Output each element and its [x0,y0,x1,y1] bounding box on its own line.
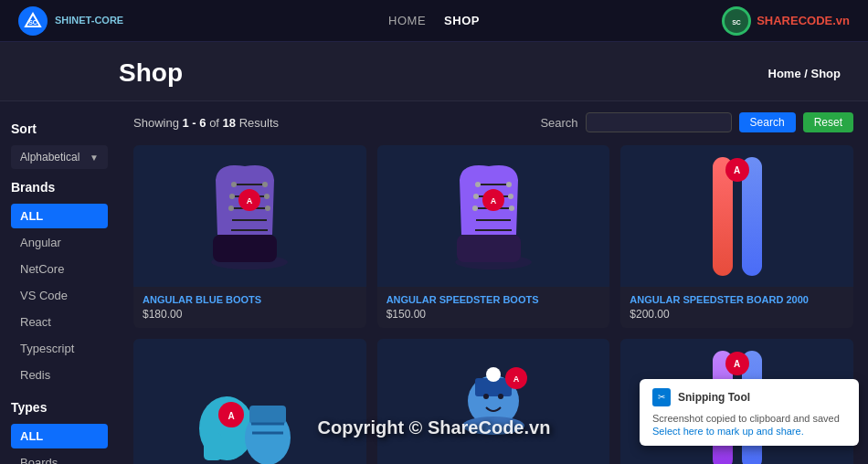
product-image-4: A [133,339,366,464]
types-label: Types [11,400,108,415]
svg-point-46 [483,394,489,399]
nav-shop[interactable]: SHOP [444,14,480,27]
brand-netcore[interactable]: NetCore [11,257,108,281]
product-card-3[interactable]: A ANGULAR SPEEDSTER BOARD 2000 $200.00 [620,145,853,328]
hat-speedster-svg: A [439,351,548,465]
brand-icon: SC [722,6,751,36]
svg-point-43 [462,417,524,435]
snipping-tool-notification[interactable]: ✂ Snipping Tool Screenshot copied to cli… [640,379,859,446]
svg-point-31 [509,206,514,211]
brand-name: SHARECODE.vn [757,14,850,27]
product-card-1[interactable]: A ANGULAR BLUE BOOTS $180.00 [133,145,366,328]
product-image-1: A [133,145,366,287]
brand-vscode[interactable]: VS Code [11,283,108,308]
svg-rect-35 [204,433,222,460]
header: SC SHINET-CORE HOME SHOP SC SHARECODE.vn [0,0,868,42]
snipping-icon: ✂ [652,388,671,406]
sort-dropdown[interactable]: Alphabetical ▼ [11,145,108,169]
product-price-3: $200.00 [630,308,844,321]
svg-text:A: A [491,196,497,206]
shop-toolbar: Showing 1 - 6 of 18 Results Search Searc… [133,112,853,132]
svg-point-12 [262,182,268,187]
svg-point-16 [265,206,270,211]
search-label: Search [540,116,577,130]
nav-home[interactable]: HOME [388,14,426,27]
sort-value: Alphabetical [20,151,79,163]
snipping-tool-header: ✂ Snipping Tool [652,388,846,406]
snipping-title: Snipping Tool [678,391,750,404]
product-info-2: ANGULAR SPEEDSTER BOOTS $150.00 [377,287,610,328]
sort-label: Sort [11,121,108,136]
svg-text:SC: SC [732,19,741,26]
reset-button[interactable]: Reset [803,112,853,132]
svg-text:A: A [247,196,253,206]
svg-rect-5 [213,235,277,262]
svg-text:A: A [513,374,520,384]
snipping-link[interactable]: Select here to mark up and share. [652,426,846,437]
boot-purple-svg: A [443,153,544,280]
search-area: Search Search Reset [540,112,853,132]
svg-point-28 [473,194,479,199]
product-image-2: A [377,145,610,287]
product-image-5: A [377,339,610,464]
type-boards[interactable]: Boards [11,450,108,464]
product-card-4[interactable]: A ANGULAR BLUE HAT $15.00 [133,339,366,464]
brand-typescript[interactable]: Typescript [11,336,108,361]
svg-text:A: A [228,411,235,421]
search-input[interactable] [586,112,732,132]
svg-text:SC: SC [28,19,37,26]
svg-point-15 [228,206,234,211]
logo-icon: SC [18,6,48,36]
svg-rect-20 [457,235,521,262]
svg-point-45 [486,367,501,382]
sidebar: Sort Alphabetical ▼ Brands ALL Angular N… [0,101,119,464]
board-illustration: A [704,145,771,287]
brand-all[interactable]: ALL [11,204,108,228]
svg-point-26 [475,182,481,187]
product-image-3: A [620,145,853,287]
product-card-5[interactable]: A ANGULAR SPEEDSTER HAT $15.00 [377,339,610,464]
search-button[interactable]: Search [739,112,796,132]
product-card-2[interactable]: A ANGULAR SPEEDSTER BOOTS $150.00 [377,145,610,328]
product-info-3: ANGULAR SPEEDSTER BOARD 2000 $200.00 [620,287,853,328]
hat-blue-svg: A [195,351,304,465]
type-all[interactable]: ALL [11,424,108,448]
results-text: Showing 1 - 6 of 18 Results [133,116,279,130]
svg-point-29 [508,194,513,199]
svg-point-30 [472,206,478,211]
svg-point-27 [506,182,512,187]
brand-angular[interactable]: Angular [11,230,108,255]
svg-point-11 [231,182,237,187]
brand-redis[interactable]: Redis [11,363,108,387]
product-info-1: ANGULAR BLUE BOOTS $180.00 [133,287,366,328]
product-name-1: ANGULAR BLUE BOOTS [143,294,357,305]
product-price-2: $150.00 [386,308,601,321]
logo-text: SHINET-CORE [55,15,123,26]
page-header: Shop Home / Shop [0,42,868,101]
svg-rect-37 [249,406,286,424]
brand-logo-area: SC SHARECODE.vn [722,6,850,36]
snipping-message: Screenshot copied to clipboard and saved [652,412,846,426]
product-price-1: $180.00 [143,308,357,321]
breadcrumb: Home / Shop [768,67,841,80]
brand-react[interactable]: React [11,310,108,334]
boot-blue-svg: A [199,153,300,280]
chevron-down-icon: ▼ [90,153,99,163]
page-title: Shop [119,58,183,88]
product-name-2: ANGULAR SPEEDSTER BOOTS [386,294,601,305]
svg-point-13 [229,194,235,199]
svg-point-14 [264,194,270,199]
svg-point-47 [498,394,503,399]
main-nav: HOME SHOP [388,14,480,27]
logo: SC SHINET-CORE [18,6,123,36]
brands-label: Brands [11,180,108,195]
product-name-3: ANGULAR SPEEDSTER BOARD 2000 [630,294,844,305]
